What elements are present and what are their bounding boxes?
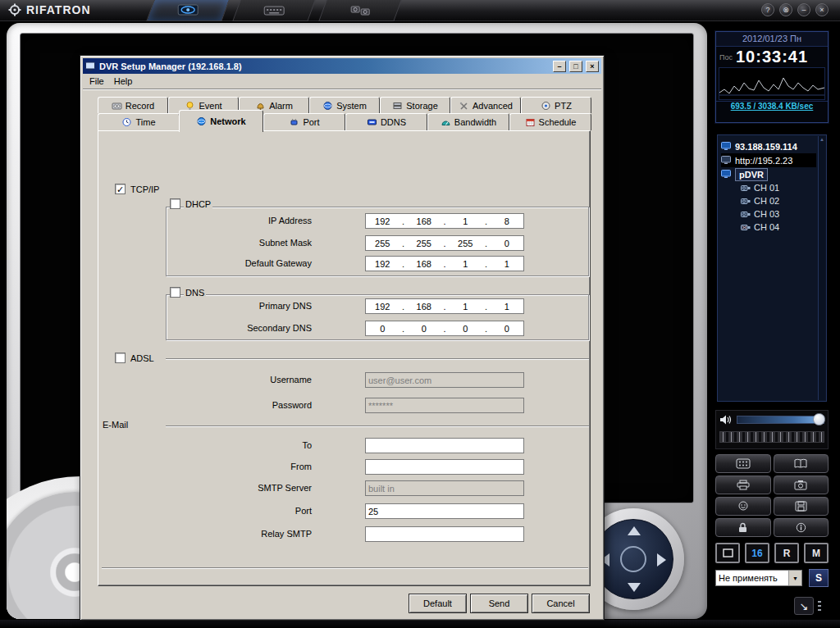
tab-network-active[interactable]: Network: [179, 110, 263, 132]
address-book-button[interactable]: [774, 454, 829, 473]
to-field[interactable]: [365, 438, 524, 453]
default-button[interactable]: Default: [409, 594, 467, 613]
from-field[interactable]: [365, 459, 524, 475]
volume-slider[interactable]: [737, 416, 824, 424]
corner-arrow-icon[interactable]: ↘: [794, 597, 814, 615]
tab-record[interactable]: Record: [98, 97, 168, 113]
tcpip-checkbox[interactable]: ✓: [115, 184, 126, 194]
tree-item-device[interactable]: pDVR: [721, 167, 816, 181]
topbar-tab-keyboard[interactable]: [232, 0, 315, 21]
send-button[interactable]: Send: [470, 594, 528, 613]
adsl-checkbox[interactable]: [115, 353, 126, 363]
dpad-right-icon[interactable]: [657, 553, 666, 567]
setup-button[interactable]: S: [809, 569, 829, 587]
lock-icon: [737, 522, 748, 533]
info-button[interactable]: [774, 518, 829, 537]
topbar-tab-cameras[interactable]: [318, 0, 401, 21]
dpad-down-icon[interactable]: [628, 583, 641, 592]
tab-label: Bandwidth: [454, 117, 496, 127]
subnet-mask-field[interactable]: 255. 255. 255. 0: [365, 235, 524, 251]
camera-channel-icon: [741, 211, 751, 218]
channel-item-3[interactable]: CH 03: [741, 207, 816, 221]
smtp-server-field[interactable]: built in: [365, 480, 524, 496]
dot: .: [441, 216, 449, 226]
jog-dial-face: [593, 519, 673, 599]
to-label: To: [213, 440, 312, 450]
octet: 0: [408, 324, 441, 334]
menu-help[interactable]: Help: [111, 75, 139, 88]
dns-checkbox[interactable]: [170, 287, 180, 298]
octet: 1: [491, 259, 524, 269]
octet: 168: [408, 259, 441, 269]
split-16-button[interactable]: 16: [745, 543, 769, 563]
help-button[interactable]: ?: [761, 3, 774, 16]
preset-row: Не применять ▼ S: [715, 569, 829, 587]
single-screen-button[interactable]: [715, 543, 740, 563]
octet: 8: [491, 216, 524, 226]
channel-item-2[interactable]: CH 02: [741, 194, 816, 207]
close-button[interactable]: ×: [815, 3, 829, 16]
tab-ptz[interactable]: PTZ: [521, 97, 591, 113]
dialog-minimize-button[interactable]: –: [553, 61, 566, 72]
storage-icon: [392, 101, 403, 111]
record-mode-button[interactable]: R: [774, 543, 799, 563]
channel-item-1[interactable]: CH 01: [741, 181, 816, 194]
minimize-button[interactable]: –: [797, 3, 810, 16]
password-field[interactable]: *******: [365, 398, 524, 413]
scroll-up-icon[interactable]: ▲: [819, 136, 825, 143]
dpad-up-icon[interactable]: [628, 526, 641, 535]
bandwidth-icon: [441, 117, 451, 127]
lock-button[interactable]: [715, 518, 771, 537]
tree-scrollbar[interactable]: ▲: [818, 136, 825, 400]
menu-mode-button[interactable]: M: [804, 543, 829, 563]
primary-dns-label: Primary DNS: [213, 301, 312, 311]
topbar-tab-live-monitor[interactable]: [146, 0, 229, 21]
keypad-button[interactable]: [715, 454, 771, 473]
save-button[interactable]: [774, 497, 829, 516]
secondary-dns-field[interactable]: 0. 0. 0. 0: [365, 321, 524, 336]
tab-port[interactable]: Port: [263, 113, 345, 130]
chevron-down-icon[interactable]: ▼: [788, 571, 801, 585]
schedule-icon: [525, 117, 536, 127]
dhcp-checkbox[interactable]: [170, 198, 180, 209]
tab-time[interactable]: Time: [98, 113, 180, 130]
dpad-center-button[interactable]: [620, 546, 646, 572]
default-gateway-field[interactable]: 192. 168. 1. 1: [365, 256, 524, 271]
tab-bandwidth[interactable]: Bandwidth: [427, 113, 509, 130]
dot: .: [482, 216, 491, 226]
tab-system[interactable]: System: [309, 97, 380, 113]
volume-slider-knob[interactable]: [813, 413, 825, 425]
dialog-close-button[interactable]: ×: [586, 61, 599, 72]
tab-storage[interactable]: Storage: [380, 97, 450, 113]
relay-url: http://195.2.23: [735, 156, 792, 166]
fullscreen-exit-button[interactable]: ⊗: [779, 3, 792, 16]
tab-label: Schedule: [539, 117, 577, 127]
tab-label: Alarm: [269, 101, 293, 111]
port-field[interactable]: 25: [365, 503, 524, 519]
audio-chat-button[interactable]: [715, 497, 771, 516]
tab-advanced[interactable]: Advanced: [450, 97, 521, 113]
menu-file[interactable]: File: [86, 75, 111, 88]
channel-audio-strip[interactable]: [719, 431, 824, 443]
dialog-maximize-button[interactable]: □: [569, 61, 582, 72]
password-label: Password: [213, 400, 312, 410]
ip-address-field[interactable]: 192. 168. 1. 8: [365, 213, 524, 229]
username-field[interactable]: user@user.com: [365, 372, 524, 388]
channel-item-4[interactable]: CH 04: [741, 221, 816, 234]
print-button[interactable]: [715, 476, 771, 494]
snapshot-button[interactable]: [774, 476, 829, 494]
octet: 255: [366, 239, 399, 248]
network-icon: [196, 116, 207, 126]
tab-ddns[interactable]: DDNS: [345, 113, 427, 130]
preset-dropdown[interactable]: Не применять ▼: [715, 570, 802, 586]
cancel-button[interactable]: Cancel: [532, 594, 590, 613]
tree-item-server[interactable]: 93.188.159.114: [721, 139, 816, 153]
dialog-titlebar[interactable]: DVR Setup Manager (192.168.1.8) – □ ×: [83, 58, 601, 74]
primary-dns-field[interactable]: 192. 168. 1. 1: [365, 298, 524, 314]
tab-schedule[interactable]: Schedule: [509, 113, 591, 130]
octet: 1: [449, 216, 482, 226]
relay-smtp-field[interactable]: [365, 526, 524, 542]
tab-label: Record: [126, 101, 154, 111]
tree-item-url[interactable]: http://195.2.23: [721, 153, 816, 167]
dot: .: [441, 302, 449, 312]
